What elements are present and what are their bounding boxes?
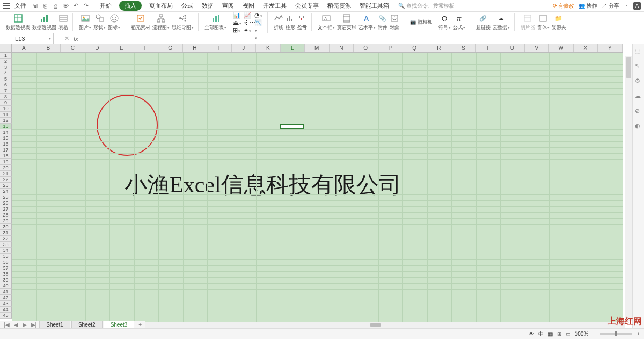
col-header-R[interactable]: R bbox=[427, 44, 452, 52]
slicer-button[interactable]: 切片器 bbox=[521, 13, 535, 31]
row-header-43[interactable]: 43 bbox=[0, 301, 12, 307]
side-backup-icon[interactable]: ☁ bbox=[635, 92, 642, 100]
view-lang-icon[interactable]: 中 bbox=[538, 330, 544, 338]
icons-button[interactable]: 图标▾ bbox=[108, 13, 120, 31]
row-header-20[interactable]: 20 bbox=[0, 165, 12, 171]
tab-dev[interactable]: 开发工具 bbox=[262, 1, 288, 11]
line-chart-icon[interactable]: 📈▾ bbox=[244, 12, 251, 18]
name-box[interactable]: L13 ▾ bbox=[0, 33, 54, 44]
wordart-button[interactable]: A艺术字▾ bbox=[358, 13, 376, 31]
tab-docer[interactable]: 稻壳资源 bbox=[326, 1, 352, 11]
row-header-37[interactable]: 37 bbox=[0, 265, 12, 271]
more-icon[interactable]: ⋮ bbox=[624, 3, 629, 9]
sparkline-column-button[interactable]: 柱形 bbox=[286, 13, 295, 31]
tab-view[interactable]: 视图 bbox=[241, 1, 255, 11]
col-header-S[interactable]: S bbox=[451, 44, 476, 52]
col-header-E[interactable]: E bbox=[109, 44, 134, 52]
row-header-44[interactable]: 44 bbox=[0, 307, 12, 313]
horizontal-scrollbar[interactable] bbox=[118, 322, 625, 328]
col-header-D[interactable]: D bbox=[85, 44, 110, 52]
active-cell[interactable] bbox=[280, 124, 304, 129]
row-header-29[interactable]: 29 bbox=[0, 218, 12, 224]
sheet-nav-last[interactable]: ▶| bbox=[30, 322, 39, 328]
row-header-33[interactable]: 33 bbox=[0, 242, 12, 248]
col-header-I[interactable]: I bbox=[207, 44, 232, 52]
cells-canvas[interactable]: 小渔Excel信息科技有限公司 bbox=[12, 53, 623, 338]
select-all-corner[interactable] bbox=[0, 44, 12, 53]
zoom-value[interactable]: 100% bbox=[575, 331, 589, 337]
col-header-X[interactable]: X bbox=[574, 44, 598, 52]
row-header-3[interactable]: 3 bbox=[0, 64, 12, 70]
equation-button[interactable]: π公式▾ bbox=[453, 13, 465, 31]
collab-button[interactable]: 👥 协作 bbox=[579, 2, 597, 10]
row-header-34[interactable]: 34 bbox=[0, 248, 12, 254]
zoom-out-icon[interactable]: − bbox=[592, 331, 596, 337]
redo-icon[interactable]: ↷ bbox=[82, 2, 90, 10]
row-header-12[interactable]: 12 bbox=[0, 118, 12, 124]
bar-chart-icon[interactable]: 📊▾ bbox=[233, 12, 240, 18]
pending-badge[interactable]: ⟳ 有修改 bbox=[553, 2, 575, 10]
row-header-25[interactable]: 25 bbox=[0, 194, 12, 200]
attachment-button[interactable]: 📎附件 bbox=[378, 13, 387, 31]
sheet-tab-3[interactable]: Sheet3 bbox=[104, 321, 135, 329]
hamburger-icon[interactable] bbox=[3, 3, 10, 9]
row-header-8[interactable]: 8 bbox=[0, 94, 12, 100]
row-header-31[interactable]: 31 bbox=[0, 230, 12, 236]
col-header-B[interactable]: B bbox=[36, 44, 61, 52]
add-sheet-button[interactable]: + bbox=[135, 322, 145, 328]
row-header-24[interactable]: 24 bbox=[0, 189, 12, 194]
vertical-scrollbar[interactable] bbox=[625, 56, 632, 321]
pie-chart-icon[interactable]: ◔▾ bbox=[254, 12, 262, 18]
tab-review[interactable]: 审阅 bbox=[221, 1, 235, 11]
fx-icon[interactable]: fx bbox=[74, 35, 78, 42]
header-footer-button[interactable]: 页眉页脚 bbox=[337, 13, 356, 31]
side-style-icon[interactable]: ⚙ bbox=[635, 77, 642, 85]
col-header-T[interactable]: T bbox=[476, 44, 501, 52]
row-header-32[interactable]: 32 bbox=[0, 236, 12, 242]
sheet-nav-next[interactable]: ▶ bbox=[21, 322, 28, 328]
col-header-A[interactable]: A bbox=[12, 44, 36, 52]
sheet-nav-first[interactable]: |◀ bbox=[2, 322, 11, 328]
col-header-L[interactable]: L bbox=[281, 44, 305, 52]
hyperlink-button[interactable]: 🔗超链接 bbox=[476, 13, 491, 31]
circle-shape[interactable] bbox=[97, 95, 158, 156]
sparkline-winloss-button[interactable]: 盈亏 bbox=[297, 13, 307, 31]
row-header-23[interactable]: 23 bbox=[0, 183, 12, 189]
tab-insert[interactable]: 插入 bbox=[119, 1, 142, 11]
col-header-F[interactable]: F bbox=[134, 44, 159, 52]
resource-button[interactable]: 📁资源夹 bbox=[552, 13, 566, 31]
row-header-15[interactable]: 15 bbox=[0, 135, 12, 141]
cloud-data-button[interactable]: ☁云数据▾ bbox=[493, 13, 510, 31]
flowchart-button[interactable]: 流程图▾ bbox=[152, 13, 170, 31]
zoom-in-icon[interactable]: + bbox=[636, 331, 640, 337]
side-select-icon[interactable]: ⬚ bbox=[635, 47, 642, 55]
row-header-40[interactable]: 40 bbox=[0, 283, 12, 289]
row-header-5[interactable]: 5 bbox=[0, 76, 12, 82]
row-header-42[interactable]: 42 bbox=[0, 295, 12, 301]
row-header-21[interactable]: 21 bbox=[0, 171, 12, 177]
tab-layout[interactable]: 页面布局 bbox=[148, 1, 174, 11]
row-header-10[interactable]: 10 bbox=[0, 106, 12, 112]
row-header-35[interactable]: 35 bbox=[0, 254, 12, 259]
form-button[interactable]: 窗体▾ bbox=[537, 13, 550, 31]
file-menu[interactable]: 文件 bbox=[12, 1, 28, 11]
row-header-28[interactable]: 28 bbox=[0, 212, 12, 218]
object-button[interactable]: 对象 bbox=[390, 13, 399, 31]
area-chart-icon[interactable]: ⛰▾ bbox=[233, 19, 240, 25]
all-charts-button[interactable]: 全部图表▾ bbox=[204, 13, 226, 31]
picture-button[interactable]: 图片▾ bbox=[79, 13, 91, 31]
search-box[interactable]: 🔍 查找命令、搜索模板 bbox=[398, 2, 455, 10]
shapes-button[interactable]: 形状▾ bbox=[93, 13, 106, 31]
row-header-27[interactable]: 27 bbox=[0, 206, 12, 212]
view-page-icon[interactable]: ⊞ bbox=[557, 331, 561, 337]
row-header-9[interactable]: 9 bbox=[0, 100, 12, 106]
collapse-ribbon-icon[interactable]: ᐱ bbox=[633, 2, 641, 10]
col-header-M[interactable]: M bbox=[305, 44, 330, 52]
col-header-H[interactable]: H bbox=[183, 44, 208, 52]
row-header-1[interactable]: 1 bbox=[0, 53, 12, 59]
col-header-W[interactable]: W bbox=[549, 44, 574, 52]
row-header-38[interactable]: 38 bbox=[0, 271, 12, 277]
tab-member[interactable]: 会员专享 bbox=[294, 1, 320, 11]
view-normal-icon[interactable]: ▦ bbox=[548, 331, 553, 337]
sheet-tab-2[interactable]: Sheet2 bbox=[71, 321, 103, 329]
